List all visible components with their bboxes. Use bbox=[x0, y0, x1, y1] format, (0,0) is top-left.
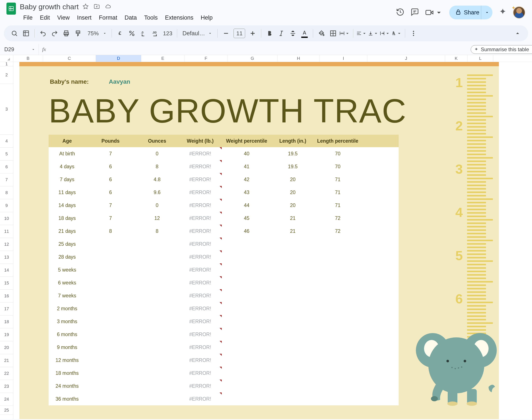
note-indicator-icon[interactable] bbox=[219, 354, 222, 356]
cloud-status-icon[interactable] bbox=[105, 3, 111, 10]
table-cell[interactable]: 18 days bbox=[49, 215, 86, 221]
table-cell[interactable]: #ERROR! bbox=[179, 215, 222, 221]
name-box[interactable]: D29 bbox=[0, 44, 39, 55]
comments-icon[interactable] bbox=[411, 8, 419, 17]
table-cell[interactable]: 3 months bbox=[49, 319, 86, 325]
column-header-G[interactable]: G bbox=[228, 55, 277, 62]
table-cell[interactable]: #ERROR! bbox=[179, 151, 222, 157]
star-icon[interactable] bbox=[83, 3, 89, 10]
gemini-icon[interactable] bbox=[498, 8, 507, 17]
zoom-select[interactable]: 75% bbox=[84, 30, 109, 37]
column-header-B[interactable]: B bbox=[13, 55, 43, 62]
table-cell[interactable]: #ERROR! bbox=[179, 228, 222, 234]
table-cell[interactable]: #ERROR! bbox=[179, 331, 222, 337]
table-cell[interactable]: 7 bbox=[86, 215, 135, 221]
table-cell[interactable]: 11 days bbox=[49, 190, 86, 195]
table-cell[interactable]: 36 months bbox=[49, 396, 86, 402]
row-header-6[interactable]: 6 bbox=[0, 161, 13, 173]
note-indicator-icon[interactable] bbox=[219, 315, 222, 317]
table-cell[interactable]: #ERROR! bbox=[179, 254, 222, 260]
column-header-J[interactable]: J bbox=[367, 55, 445, 62]
table-header-cell[interactable]: Length percentile bbox=[314, 138, 361, 144]
note-indicator-icon[interactable] bbox=[219, 186, 222, 188]
table-header-cell[interactable]: Weight percentile bbox=[222, 138, 272, 144]
note-indicator-icon[interactable] bbox=[219, 160, 222, 162]
table-cell[interactable]: 20 bbox=[272, 190, 314, 195]
row-header-16[interactable]: 16 bbox=[0, 290, 13, 302]
table-cell[interactable]: 70 bbox=[314, 151, 361, 157]
table-cell[interactable]: #ERROR! bbox=[179, 177, 222, 182]
column-header-D[interactable]: D bbox=[96, 55, 141, 62]
note-indicator-icon[interactable] bbox=[219, 367, 222, 369]
table-header-cell[interactable]: Pounds bbox=[86, 138, 135, 144]
baby-name-value[interactable]: Aavyan bbox=[109, 78, 130, 85]
column-header-F[interactable]: F bbox=[185, 55, 228, 62]
table-cell[interactable]: 7 bbox=[86, 151, 135, 157]
note-indicator-icon[interactable] bbox=[219, 380, 222, 382]
table-cell[interactable]: 6 weeks bbox=[49, 280, 86, 286]
table-cell[interactable]: 72 bbox=[314, 215, 361, 221]
row-header-11[interactable]: 11 bbox=[0, 225, 13, 238]
table-cell[interactable]: 7 days bbox=[49, 177, 86, 182]
row-header-12[interactable]: 12 bbox=[0, 238, 13, 251]
decrease-font-icon[interactable] bbox=[221, 28, 231, 39]
history-icon[interactable] bbox=[396, 8, 404, 17]
table-cell[interactable]: 71 bbox=[314, 190, 361, 195]
table-cell[interactable]: #ERROR! bbox=[179, 396, 222, 402]
share-dropdown-icon[interactable] bbox=[481, 6, 489, 19]
table-cell[interactable]: #ERROR! bbox=[179, 370, 222, 376]
note-indicator-icon[interactable] bbox=[219, 276, 222, 278]
table-cell[interactable]: 20 bbox=[272, 202, 314, 208]
table-cell[interactable]: #ERROR! bbox=[179, 164, 222, 170]
italic-icon[interactable] bbox=[276, 28, 287, 39]
increase-decimal-icon[interactable]: .00 bbox=[150, 28, 160, 39]
column-header-C[interactable]: C bbox=[43, 55, 96, 62]
row-header-22[interactable]: 22 bbox=[0, 367, 13, 380]
table-cell[interactable]: 6 bbox=[86, 190, 135, 195]
table-cell[interactable]: 0 bbox=[135, 202, 179, 208]
sheets-logo[interactable] bbox=[5, 2, 17, 15]
row-header-9[interactable]: 9 bbox=[0, 199, 13, 212]
table-cell[interactable]: 12 bbox=[135, 215, 179, 221]
meet-icon[interactable] bbox=[425, 8, 443, 17]
table-cell[interactable]: 70 bbox=[314, 164, 361, 170]
table-cell[interactable]: 44 bbox=[222, 202, 272, 208]
menu-edit[interactable]: Edit bbox=[37, 13, 54, 22]
table-header-cell[interactable]: Age bbox=[49, 138, 86, 144]
note-indicator-icon[interactable] bbox=[219, 289, 222, 291]
table-cell[interactable]: 18 months bbox=[49, 370, 86, 376]
table-cell[interactable]: 12 months bbox=[49, 357, 86, 363]
table-cell[interactable]: 21 bbox=[272, 228, 314, 234]
table-cell[interactable]: #ERROR! bbox=[179, 357, 222, 363]
note-indicator-icon[interactable] bbox=[219, 225, 222, 227]
table-cell[interactable]: 21 bbox=[272, 215, 314, 221]
redo-icon[interactable] bbox=[49, 28, 60, 39]
table-cell[interactable]: #ERROR! bbox=[179, 190, 222, 195]
note-indicator-icon[interactable] bbox=[219, 250, 222, 253]
table-cell[interactable]: #ERROR! bbox=[179, 293, 222, 299]
note-indicator-icon[interactable] bbox=[219, 173, 222, 175]
table-cell[interactable]: 8 bbox=[135, 228, 179, 234]
note-indicator-icon[interactable] bbox=[219, 263, 222, 266]
table-cell[interactable]: 2 months bbox=[49, 306, 86, 312]
row-header-24[interactable]: 24 bbox=[0, 393, 13, 406]
table-cell[interactable]: 46 bbox=[222, 228, 272, 234]
paint-format-icon[interactable] bbox=[72, 28, 83, 39]
table-cell[interactable]: #ERROR! bbox=[179, 319, 222, 325]
row-header-4[interactable]: 4 bbox=[0, 135, 13, 148]
merge-cells-icon[interactable] bbox=[339, 28, 350, 39]
table-cell[interactable]: 21 days bbox=[49, 228, 86, 234]
menu-help[interactable]: Help bbox=[197, 13, 216, 22]
row-header-20[interactable]: 20 bbox=[0, 341, 13, 354]
table-cell[interactable]: 40 bbox=[222, 151, 272, 157]
table-cell[interactable]: #ERROR! bbox=[179, 306, 222, 312]
table-cell[interactable]: 71 bbox=[314, 202, 361, 208]
select-all-corner[interactable] bbox=[0, 55, 13, 62]
table-cell[interactable]: 6 bbox=[86, 164, 135, 170]
table-cell[interactable]: 9.6 bbox=[135, 190, 179, 195]
table-cell[interactable]: 43 bbox=[222, 190, 272, 195]
increase-font-icon[interactable] bbox=[247, 28, 258, 39]
table-cell[interactable]: 6 bbox=[86, 177, 135, 182]
row-header-21[interactable]: 21 bbox=[0, 354, 13, 367]
text-rotation-icon[interactable] bbox=[391, 28, 402, 39]
